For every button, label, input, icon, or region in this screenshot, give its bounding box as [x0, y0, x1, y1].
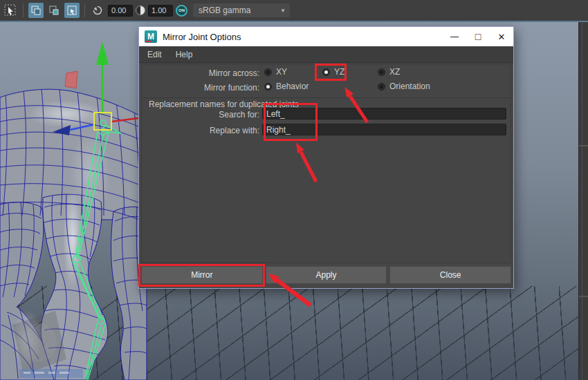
minimize-button[interactable]: — — [443, 27, 466, 46]
radio-xy-label: XY — [276, 67, 287, 77]
section-separator — [142, 97, 511, 98]
radio-behavior[interactable]: Behavior — [264, 82, 309, 91]
radio-behavior-label: Behavior — [276, 82, 309, 91]
right-panel-seam-line — [582, 22, 582, 380]
pole-vector-flag — [65, 71, 77, 88]
radio-orientation[interactable]: Orientation — [378, 82, 430, 91]
manip-y-arrowhead[interactable] — [96, 41, 109, 65]
radio-dot — [264, 83, 272, 91]
search-for-label: Search for: — [142, 110, 259, 120]
toolbar-divider — [84, 3, 85, 17]
snap-mode-button-3[interactable] — [64, 3, 80, 18]
highlight-box-fields — [264, 103, 318, 141]
gamma-icon — [136, 6, 145, 15]
snap-mode-button-2[interactable] — [46, 3, 62, 18]
radio-dot — [378, 68, 385, 76]
close-button[interactable]: ✕ — [490, 27, 513, 46]
radio-dot — [378, 83, 385, 91]
radio-xy[interactable]: XY — [264, 67, 287, 77]
select-tool-button[interactable] — [3, 3, 18, 18]
maya-app-icon: M — [145, 30, 157, 43]
apply-button[interactable]: Apply — [266, 266, 387, 284]
mirror-across-label: Mirror across: — [142, 68, 259, 78]
view-transform-value: sRGB gamma — [199, 6, 250, 15]
radio-xz-label: XZ — [389, 67, 400, 77]
viewport-toolbar: ON sRGB gamma ▼ — [0, 0, 588, 21]
right-panel-divider — [579, 145, 588, 146]
snap-mode-button-1[interactable] — [28, 3, 44, 18]
menu-edit[interactable]: Edit — [147, 50, 162, 59]
refresh-icon[interactable] — [90, 3, 105, 18]
highlight-box-yz — [315, 64, 347, 81]
toolbar-divider — [23, 3, 24, 17]
close-action-button[interactable]: Close — [389, 266, 511, 284]
dialog-menubar: Edit Help — [139, 46, 513, 63]
exposure-field[interactable] — [108, 5, 133, 17]
replace-with-label: Replace with: — [142, 126, 259, 135]
toolbar-separator — [0, 21, 588, 22]
mirror-function-label: Mirror function: — [142, 83, 259, 93]
dialog-content: Mirror across: XY YZ XZ Mirror function:… — [141, 64, 511, 263]
radio-orientation-label: Orientation — [389, 82, 430, 91]
right-panel-divider — [579, 296, 588, 297]
maximize-button[interactable]: □ — [466, 27, 490, 46]
radio-dot — [264, 68, 272, 76]
menu-help[interactable]: Help — [176, 50, 193, 59]
color-management-toggle[interactable]: ON — [176, 5, 187, 17]
right-panel-edge — [578, 22, 588, 380]
chevron-down-icon: ▼ — [280, 8, 286, 14]
gamma-field[interactable] — [148, 5, 173, 17]
highlight-box-mirror-button — [138, 264, 265, 287]
dialog-title: Mirror Joint Options — [163, 32, 241, 42]
radio-xz[interactable]: XZ — [378, 67, 400, 77]
dialog-titlebar[interactable]: M Mirror Joint Options — □ ✕ — [139, 27, 513, 46]
view-transform-dropdown[interactable]: sRGB gamma ▼ — [193, 3, 290, 17]
